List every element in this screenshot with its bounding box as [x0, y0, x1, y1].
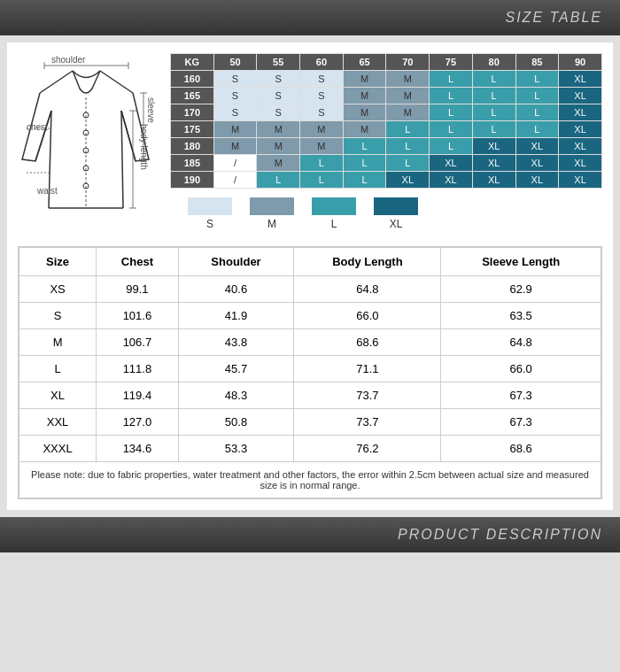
size-cell: XL — [559, 172, 602, 189]
size-cell: L — [386, 121, 430, 138]
bottom-banner-title: PRODUCT DESCRIPTION — [398, 527, 602, 543]
size-cell: M — [386, 88, 430, 104]
legend: S M L XL — [170, 197, 602, 230]
size-cell: L — [300, 172, 344, 189]
legend-label: XL — [390, 218, 403, 230]
size-cell: / — [213, 172, 257, 189]
kg-value: 70 — [386, 54, 430, 71]
chest-value: 127.0 — [97, 409, 179, 436]
size-cell: S — [257, 71, 300, 88]
size-cell: L — [515, 121, 559, 138]
top-banner-title: SIZE TABLE — [505, 10, 602, 26]
top-banner: SIZE TABLE — [0, 0, 620, 35]
body-length-value: 73.7 — [294, 409, 441, 436]
shoulder-value: 45.7 — [178, 356, 294, 382]
chest-value: 101.6 — [97, 303, 179, 329]
size-label: XXXL — [19, 436, 97, 462]
size-label: M — [19, 329, 97, 356]
measurements-header: Size — [19, 248, 97, 276]
cm-value: 170 — [171, 104, 214, 121]
measurements-header: Body Length — [294, 248, 441, 276]
cm-value: 180 — [171, 138, 214, 155]
size-cell: M — [386, 71, 430, 88]
measurements-section: SizeChestShoulderBody LengthSleeve Lengt… — [18, 246, 602, 499]
cm-value: 175 — [171, 121, 214, 138]
table-row: XXL 127.0 50.8 73.7 67.3 — [19, 409, 601, 436]
note-text: Please note: due to fabric properties, w… — [19, 462, 601, 498]
size-cell: XL — [559, 88, 602, 104]
label-shoulder: shoulder — [51, 55, 85, 65]
kg-value: 90 — [559, 54, 602, 71]
kg-value: 55 — [257, 54, 300, 71]
svg-line-3 — [121, 111, 136, 161]
measurements-header: Chest — [97, 248, 179, 276]
size-cell: L — [430, 88, 473, 104]
legend-item: L — [312, 197, 356, 230]
shoulder-value: 41.9 — [178, 303, 294, 329]
size-cell: S — [300, 104, 344, 121]
size-section: shoulder — [18, 53, 602, 232]
body-length-value: 71.1 — [294, 356, 441, 382]
sleeve-length-value: 68.6 — [441, 436, 601, 462]
legend-color-box — [188, 197, 232, 215]
body-length-value: 73.7 — [294, 382, 441, 409]
size-label: XS — [19, 276, 97, 303]
size-cell: XL — [472, 155, 515, 172]
label-sleeve: sleeve — [146, 97, 156, 123]
size-cell: L — [386, 155, 430, 172]
table-row: XXXL 134.6 53.3 76.2 68.6 — [19, 436, 601, 462]
legend-color-box — [312, 197, 356, 215]
size-cell: XL — [559, 104, 602, 121]
shoulder-value: 43.8 — [178, 329, 294, 356]
measurements-header: Sleeve Length — [441, 248, 601, 276]
shoulder-value: 40.6 — [178, 276, 294, 303]
size-cell: M — [213, 121, 257, 138]
size-cell: M — [213, 138, 257, 155]
cm-value: 185 — [171, 155, 214, 172]
size-cell: L — [430, 121, 473, 138]
size-matrix-table: KG505560657075808590160SSSMMLLLXL165SSSM… — [170, 53, 602, 189]
legend-label: S — [206, 218, 213, 230]
label-chest: chest — [27, 122, 48, 132]
chest-value: 111.8 — [97, 356, 179, 382]
shirt-diagram: shoulder — [18, 53, 159, 232]
svg-line-2 — [35, 111, 51, 161]
label-waist: waist — [37, 186, 58, 196]
size-cell: L — [430, 104, 473, 121]
sleeve-length-value: 62.9 — [441, 276, 601, 303]
size-cell: XL — [515, 138, 559, 155]
size-cell: M — [343, 121, 386, 138]
kg-value: 75 — [430, 54, 473, 71]
size-cell: XL — [430, 172, 473, 189]
size-cell: S — [257, 104, 300, 121]
size-cell: L — [515, 71, 559, 88]
size-cell: L — [472, 88, 515, 104]
note-row: Please note: due to fabric properties, w… — [19, 462, 601, 498]
kg-cm-table: KG505560657075808590160SSSMMLLLXL165SSSM… — [170, 53, 602, 230]
sleeve-length-value: 67.3 — [441, 409, 601, 436]
main-content: shoulder — [7, 42, 613, 510]
kg-value: 85 — [515, 54, 559, 71]
size-cell: L — [472, 121, 515, 138]
size-label: S — [19, 303, 97, 329]
table-row: L 111.8 45.7 71.1 66.0 — [19, 356, 601, 382]
svg-line-0 — [40, 71, 73, 93]
measurements-table: SizeChestShoulderBody LengthSleeve Lengt… — [19, 247, 601, 498]
table-row: XS 99.1 40.6 64.8 62.9 — [19, 276, 601, 303]
legend-item: M — [250, 197, 294, 230]
kg-label: KG — [171, 54, 214, 71]
size-cell: XL — [430, 155, 473, 172]
size-cell: M — [343, 71, 386, 88]
legend-color-box — [374, 197, 418, 215]
size-cell: XL — [515, 172, 559, 189]
size-cell: L — [515, 88, 559, 104]
size-cell: S — [213, 71, 257, 88]
size-cell: S — [213, 88, 257, 104]
shoulder-value: 50.8 — [178, 409, 294, 436]
measurements-header: Shoulder — [178, 248, 294, 276]
body-length-value: 68.6 — [294, 329, 441, 356]
size-cell: S — [300, 88, 344, 104]
chest-value: 106.7 — [97, 329, 179, 356]
size-cell: L — [386, 138, 430, 155]
shoulder-value: 48.3 — [178, 382, 294, 409]
